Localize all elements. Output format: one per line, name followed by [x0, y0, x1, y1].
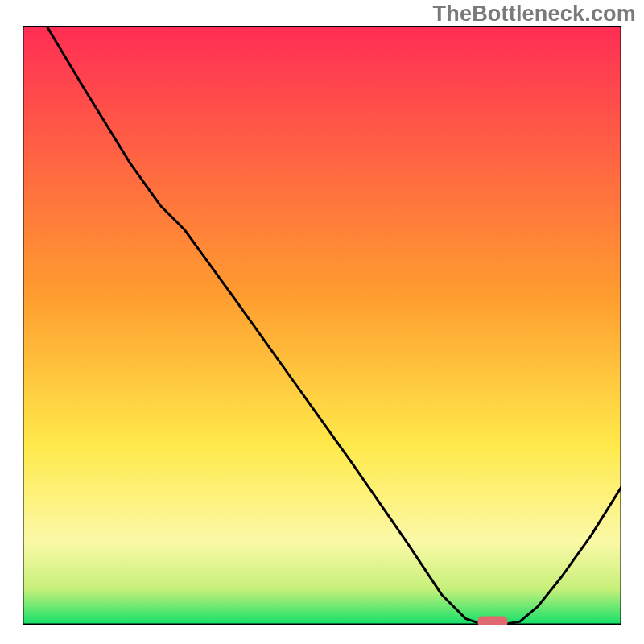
watermark-label: TheBottleneck.com — [433, 2, 636, 27]
chart-container: TheBottleneck.com — [0, 0, 644, 644]
chart-svg — [23, 26, 621, 625]
optimal-marker — [477, 617, 507, 625]
background-gradient — [23, 26, 621, 625]
plot-area — [23, 26, 621, 625]
